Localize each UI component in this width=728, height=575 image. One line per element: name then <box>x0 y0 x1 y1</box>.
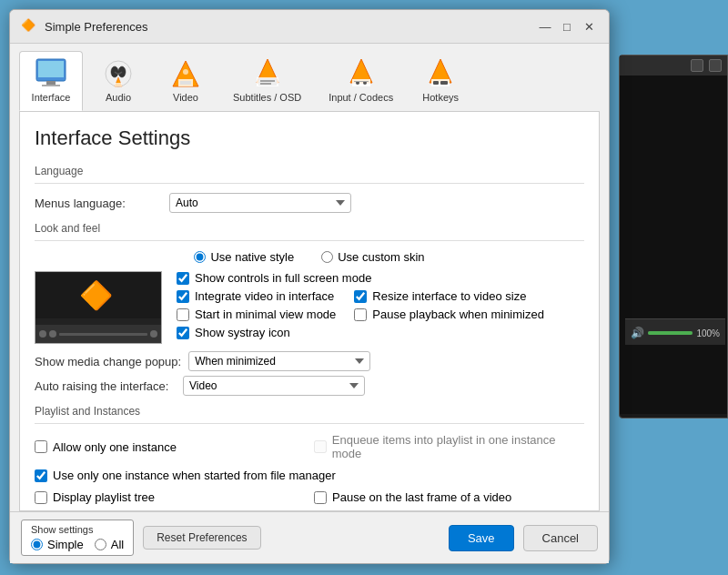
preview-cone: 🔶 <box>79 279 113 311</box>
simple-option[interactable]: Simple <box>31 538 84 551</box>
tab-input-label: Input / Codecs <box>329 92 393 103</box>
fullscreen-controls-checkbox[interactable] <box>177 272 189 285</box>
enqueue-checkbox <box>314 440 327 453</box>
display-playlist-label: Display playlist tree <box>53 490 155 504</box>
svg-rect-11 <box>180 81 191 85</box>
display-playlist-checkbox[interactable] <box>35 491 47 504</box>
systray-option[interactable]: Show systray icon <box>177 326 336 339</box>
minimal-view-option[interactable]: Start in minimal view mode <box>177 308 336 321</box>
display-playlist-option[interactable]: Display playlist tree <box>35 490 305 504</box>
show-settings-label: Show settings <box>31 524 124 535</box>
bg-close-btn[interactable] <box>709 59 722 72</box>
preview-thumbnail: 🔶 <box>35 271 162 344</box>
bottom-bar: Show settings Simple All Reset Preferenc… <box>10 511 609 563</box>
svg-rect-26 <box>440 81 448 85</box>
tab-video-icon <box>169 57 202 90</box>
auto-raise-select[interactable]: Never Video Always <box>183 376 365 396</box>
media-change-select[interactable]: Never When minimized Always <box>188 351 370 371</box>
ctrl-stop <box>49 330 56 338</box>
file-manager-instance-label: Use only one instance when started from … <box>53 469 336 482</box>
bg-maximize-btn[interactable] <box>691 59 703 72</box>
file-manager-instance-checkbox[interactable] <box>35 469 47 482</box>
all-option[interactable]: All <box>95 538 124 551</box>
cancel-button[interactable]: Cancel <box>523 525 598 551</box>
tab-hotkeys-icon <box>424 57 457 90</box>
auto-raise-label: Auto raising the interface: <box>35 379 176 393</box>
minimal-view-label: Start in minimal view mode <box>195 308 336 321</box>
fullscreen-controls-option[interactable]: Show controls in full screen mode <box>177 271 544 285</box>
resize-video-checkbox[interactable] <box>354 290 367 303</box>
show-settings-options: Simple All <box>31 538 124 551</box>
dialog-title: Simple Preferences <box>45 20 529 34</box>
tab-hotkeys[interactable]: Hotkeys <box>409 51 472 111</box>
file-manager-instance-option[interactable]: Use only one instance when started from … <box>35 469 584 482</box>
style-radio-group: Use native style Use custom skin <box>35 250 584 264</box>
pause-minimized-checkbox[interactable] <box>354 308 367 321</box>
integrate-video-checkbox[interactable] <box>177 290 189 303</box>
svg-rect-19 <box>352 79 370 86</box>
native-style-radio[interactable] <box>194 251 206 263</box>
maximize-button[interactable]: □ <box>558 17 576 35</box>
svg-rect-3 <box>42 85 60 86</box>
one-instance-label: Allow only one instance <box>53 440 177 454</box>
menus-language-select[interactable]: Auto English French German Spanish <box>169 193 351 213</box>
simple-radio[interactable] <box>31 539 43 550</box>
menus-language-label: Menus language: <box>35 197 162 210</box>
volume-fill <box>648 331 693 335</box>
tab-video[interactable]: Video <box>154 51 217 111</box>
tab-audio[interactable]: Audio <box>86 51 150 111</box>
media-change-row: Show media change popup: Never When mini… <box>35 351 584 371</box>
volume-icon: 🔊 <box>631 327 644 339</box>
volume-area: 🔊 100% <box>625 318 725 345</box>
svg-rect-25 <box>433 81 439 85</box>
native-style-option[interactable]: Use native style <box>194 250 294 264</box>
save-button[interactable]: Save <box>449 525 514 551</box>
resize-video-option[interactable]: Resize interface to video size <box>354 289 544 303</box>
menus-language-row: Menus language: Auto English French Germ… <box>35 193 584 213</box>
pause-last-frame-option[interactable]: Pause on the last frame of a video <box>314 490 584 504</box>
enqueue-option: Enqueue items into playlist in one insta… <box>314 433 584 460</box>
tab-interface-icon <box>35 57 67 90</box>
preview-controls <box>35 325 161 343</box>
bg-titlebar <box>620 55 727 76</box>
reset-button[interactable]: Reset Preferences <box>143 526 260 550</box>
playlist-section-label: Playlist and Instances <box>35 405 584 418</box>
svg-rect-8 <box>115 83 122 86</box>
volume-percent: 100% <box>696 328 720 338</box>
volume-bar[interactable] <box>648 331 693 335</box>
tab-interface[interactable]: Interface <box>19 51 83 111</box>
tab-hotkeys-label: Hotkeys <box>422 92 459 103</box>
tab-audio-icon <box>102 57 135 90</box>
minimize-button[interactable]: — <box>536 17 554 35</box>
show-settings-box: Show settings Simple All <box>21 520 134 556</box>
language-section-label: Language <box>35 165 584 177</box>
systray-checkbox[interactable] <box>177 327 189 339</box>
app-icon: 🔶 <box>21 18 37 35</box>
one-instance-option[interactable]: Allow only one instance <box>35 433 305 460</box>
custom-skin-radio[interactable] <box>321 251 333 263</box>
tab-audio-label: Audio <box>106 92 131 103</box>
tab-subtitles[interactable]: Subtitles / OSD <box>221 51 313 111</box>
minimal-view-checkbox[interactable] <box>177 308 189 321</box>
tab-bar: Interface Audio <box>10 44 609 111</box>
close-button[interactable]: ✕ <box>580 17 598 35</box>
tab-input[interactable]: Input / Codecs <box>317 51 405 111</box>
svg-rect-22 <box>354 81 369 82</box>
svg-point-6 <box>118 66 126 77</box>
bg-content <box>620 76 727 414</box>
custom-skin-option[interactable]: Use custom skin <box>321 250 424 264</box>
native-style-label: Use native style <box>210 250 294 264</box>
tab-video-label: Video <box>173 92 198 103</box>
playlist-checkboxes: Allow only one instance Enqueue items in… <box>35 433 584 509</box>
look-feel-divider <box>35 240 584 241</box>
preview-area: 🔶 Show controls in full screen mode <box>35 271 584 344</box>
all-radio[interactable] <box>95 539 106 550</box>
tab-interface-label: Interface <box>32 92 71 103</box>
pause-minimized-option[interactable]: Pause playback when minimized <box>354 308 544 321</box>
auto-raise-row: Auto raising the interface: Never Video … <box>35 376 584 396</box>
pause-last-frame-checkbox[interactable] <box>314 491 327 504</box>
integrate-video-option[interactable]: Integrate video in interface <box>177 289 336 303</box>
page-title: Interface Settings <box>35 126 584 150</box>
one-instance-checkbox[interactable] <box>35 440 47 453</box>
pause-last-frame-label: Pause on the last frame of a video <box>332 490 511 504</box>
